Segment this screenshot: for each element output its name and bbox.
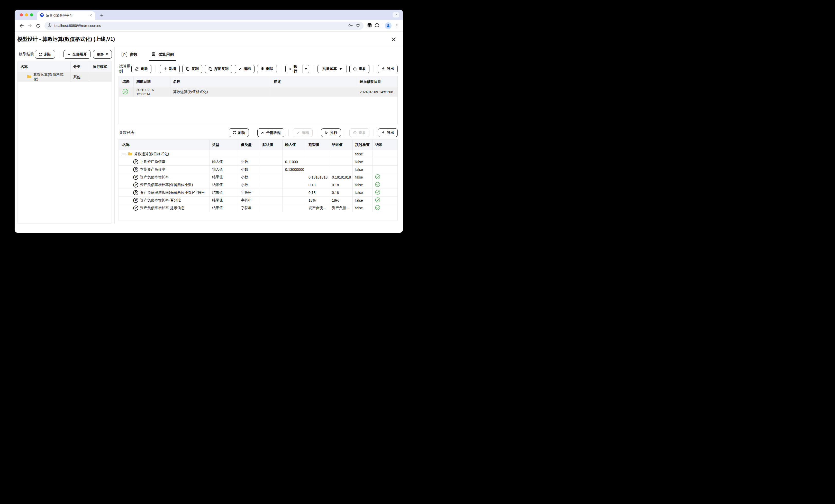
tab-params[interactable]: P 参数: [120, 49, 139, 61]
more-button[interactable]: 更多: [93, 50, 112, 59]
param-icon: P: [133, 167, 138, 172]
param-table: 名称 类型 值类型 默认值 输入值 期望值 结果值 跳过检查 结果 算数运算(数…: [119, 139, 398, 220]
param-icon: P: [133, 159, 138, 164]
caret-down-icon: [339, 68, 342, 70]
copy-button[interactable]: 复制: [182, 65, 202, 73]
param-icon: P: [133, 175, 138, 180]
node-label: 算数运算(数值格式化): [34, 72, 68, 82]
table-row[interactable]: P资产负债率增长率(保留两位小数)-字符串 结果值 字符串 0.18 0.18 …: [119, 189, 398, 196]
model-structure-table: 名称 分类 执行模式 算数运算(数值格式化) 其他: [17, 61, 112, 224]
address-bar[interactable]: localhost:8080/#/re/resources: [44, 22, 364, 30]
button-group-divider: [288, 129, 289, 136]
add-button[interactable]: 新增: [160, 65, 180, 73]
table-row[interactable]: P资产负债率增长率-提示信息 结果值 字符串 资产负债... 资产负债... f…: [119, 204, 398, 212]
table-header: 名称 类型 值类型 默认值 输入值 期望值 结果值 跳过检查 结果: [119, 140, 398, 150]
param-name: 资产负债率增长率-提示信息: [140, 206, 185, 210]
password-key-icon[interactable]: [348, 23, 353, 29]
new-tab-button[interactable]: [99, 12, 105, 19]
collapse-all-button[interactable]: 全部收起: [257, 128, 284, 137]
dark-extension-icon[interactable]: [367, 23, 372, 29]
execute-button[interactable]: 执行: [286, 65, 303, 73]
refresh-button[interactable]: 刷新: [229, 128, 249, 137]
table-row[interactable]: P本期资产负债率 输入值 小数 0.13000000 false: [119, 165, 398, 173]
execute-split-button[interactable]: 执行: [285, 65, 309, 73]
col-expected: 期望值: [306, 140, 329, 150]
success-icon: [122, 89, 128, 95]
collapse-minus-icon[interactable]: [123, 154, 126, 154]
model-structure-title: 模型结构: [19, 52, 34, 57]
window-controls[interactable]: [20, 13, 33, 17]
param-icon: P: [133, 198, 138, 203]
reload-button[interactable]: [34, 22, 42, 29]
folder-icon: [27, 75, 32, 79]
col-name: 名称: [18, 61, 70, 72]
tab-search-button[interactable]: [392, 12, 399, 18]
col-value-type: 值类型: [238, 140, 260, 150]
table-row[interactable]: 2020-02-07 15:33:14 算数运算(数值格式化) 2024-07-…: [119, 87, 398, 97]
button-group-divider: [373, 65, 374, 72]
model-structure-panel: 模型结构 刷新 全部展开 更多 名称 分类 执行模式 算数运算(数值: [15, 47, 115, 233]
table-header: 名称 分类 执行模式: [18, 61, 111, 72]
table-row[interactable]: P上期资产负债率 输入值 小数 0.11000 false: [119, 158, 398, 165]
table-row[interactable]: P资产负债率增长率 结果值 小数 0.18181818 0.18181818 f…: [119, 173, 398, 181]
param-list-title: 参数列表: [119, 130, 135, 135]
success-icon: [375, 190, 380, 195]
minimize-window-button[interactable]: [25, 13, 28, 17]
caret-down-icon: [106, 54, 108, 55]
export-button[interactable]: 导出: [378, 128, 398, 137]
view-button[interactable]: 查看: [349, 128, 369, 137]
col-name: 名称: [119, 140, 209, 150]
close-icon[interactable]: [390, 36, 397, 43]
page-title: 模型设计 - 算数运算(数值格式化) (上线,V1): [17, 36, 115, 43]
col-name: 名称: [170, 76, 271, 87]
back-button[interactable]: [18, 22, 25, 29]
deep-copy-button[interactable]: 深度复制: [205, 65, 232, 73]
delete-button[interactable]: 删除: [257, 65, 277, 73]
extensions-puzzle-icon[interactable]: [374, 23, 380, 29]
table-header: 结果 测试日期 名称 描述 最后修改日期: [119, 76, 398, 87]
close-window-button[interactable]: [20, 13, 23, 17]
col-last-modified: 最后修改日期: [357, 76, 398, 87]
browser-tab[interactable]: 决策引擎管理平台: [37, 11, 95, 20]
view-button[interactable]: 查看: [349, 65, 369, 73]
tab-close-icon[interactable]: [89, 13, 92, 18]
profile-avatar[interactable]: [385, 22, 391, 29]
table-row[interactable]: P资产负债率增长率(保留两位小数) 结果值 小数 0.18 0.18 false: [119, 181, 398, 189]
forward-button[interactable]: [26, 22, 34, 29]
url-text[interactable]: localhost:8080/#/re/resources: [54, 24, 346, 28]
refresh-button[interactable]: 刷新: [35, 50, 55, 59]
caret-down-icon: [305, 68, 307, 70]
cell-description: [271, 87, 357, 97]
col-result: 结果: [372, 140, 398, 150]
col-input: 输入值: [282, 140, 306, 150]
table-row[interactable]: P资产负债率增长率-百分比 结果值 字符串 18% 18% false: [119, 196, 398, 204]
table-row[interactable]: 算数运算(数值格式化) false: [119, 150, 398, 158]
refresh-button[interactable]: 刷新: [131, 65, 151, 73]
execute-dropdown[interactable]: [303, 65, 309, 73]
detail-panel: P 参数 试算用例 试算用例 刷新 新增 复制 深度复制 编辑 删除: [115, 47, 403, 233]
param-tab-icon: P: [122, 51, 127, 57]
param-name: 资产负债率增长率(保留两位小数): [140, 183, 193, 187]
detail-tabs: P 参数 试算用例: [119, 47, 398, 61]
col-type: 类型: [209, 140, 238, 150]
expand-all-button[interactable]: 全部展开: [63, 50, 90, 59]
browser-toolbar: localhost:8080/#/re/resources: [15, 20, 403, 31]
execute-button[interactable]: 执行: [321, 128, 341, 137]
tab-test-cases[interactable]: 试算用例: [149, 49, 176, 61]
test-case-toolbar: 试算用例 刷新 新增 复制 深度复制 编辑 删除 执行 批量试算: [119, 61, 398, 76]
export-button[interactable]: 导出: [378, 65, 398, 73]
cell-last-modified: 2024-07-09 14:51:08: [357, 87, 398, 97]
success-icon: [375, 182, 380, 188]
batch-test-button[interactable]: 批量试算: [318, 65, 347, 73]
col-test-date: 测试日期: [134, 76, 170, 87]
success-icon: [375, 197, 380, 203]
chrome-menu-icon[interactable]: [394, 22, 400, 29]
bookmark-star-icon[interactable]: [355, 23, 361, 29]
fullscreen-window-button[interactable]: [30, 13, 33, 17]
site-info-icon[interactable]: [47, 23, 52, 28]
favicon: [40, 13, 44, 18]
param-name: 资产负债率增长率(保留两位小数)-字符串: [140, 190, 205, 195]
edit-button[interactable]: 编辑: [293, 128, 312, 137]
table-row[interactable]: 算数运算(数值格式化) 其他: [18, 72, 111, 82]
edit-button[interactable]: 编辑: [235, 65, 254, 73]
